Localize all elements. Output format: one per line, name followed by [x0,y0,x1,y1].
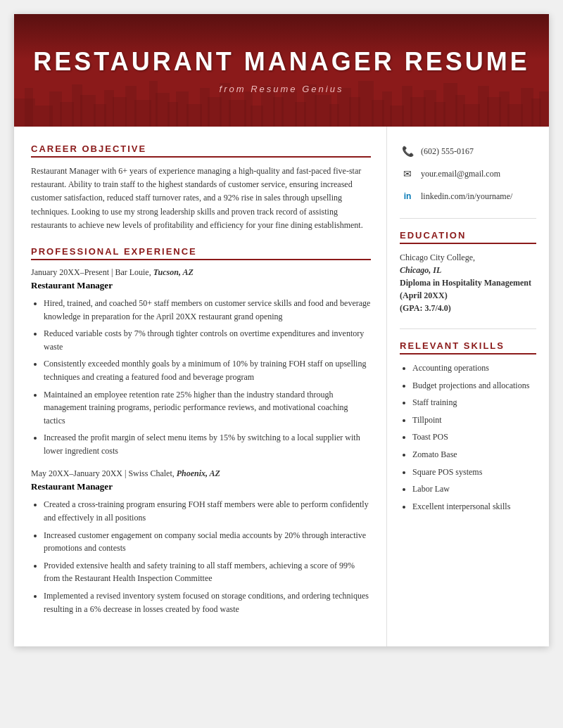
svg-rect-32 [358,81,374,127]
education-divider [400,328,536,329]
job-2-bullets: Created a cross-training program ensurin… [31,498,371,615]
email-address: your.email@gmail.com [421,169,500,179]
job-2-location: Phoenix, AZ [177,468,220,478]
job-1-location: Tucson, AZ [153,267,194,277]
resume-body: CAREER OBJECTIVE Restaurant Manager with… [14,127,549,646]
resume-header: RESTAURANT MANAGER RESUME from Resume Ge… [14,14,549,127]
bullet-item: Hired, trained, and coached 50+ staff me… [44,297,371,323]
job-2-title: Restaurant Manager [31,481,371,492]
education-section: EDUCATION Chicago City College, Chicago,… [400,230,536,314]
education-heading: EDUCATION [400,230,536,244]
contact-divider [400,218,536,219]
career-objective-heading: CAREER OBJECTIVE [31,143,371,158]
linkedin-contact: in linkedin.com/in/yourname/ [400,189,536,204]
professional-experience-section: PROFESSIONAL EXPERIENCE January 20XX–Pre… [31,246,371,615]
bullet-item: Maintained an employee retention rate 25… [44,388,371,428]
bullet-item: Increased the profit margin of select me… [44,431,371,457]
bullet-item: Provided extensive health and safety tra… [44,559,371,585]
skill-item: Zomato Base [412,448,536,461]
contact-section: 📞 (602) 555-0167 ✉ your.email@gmail.com … [400,143,536,204]
email-contact: ✉ your.email@gmail.com [400,166,536,181]
skill-item: Staff training [412,396,536,409]
resume-subtitle: from Resume Genius [220,84,344,94]
svg-rect-37 [410,97,426,127]
main-column: CAREER OBJECTIVE Restaurant Manager with… [14,127,387,646]
degree: Diploma in Hospitality Management (April… [400,278,531,300]
resume-title: RESTAURANT MANAGER RESUME [33,47,529,77]
svg-rect-28 [315,95,331,127]
bullet-item: Increased customer engagement on company… [44,529,371,555]
skill-item: Budget projections and allocations [412,379,536,392]
job-2-header: May 20XX–January 20XX | Swiss Chalet, Ph… [31,468,371,479]
phone-contact: 📞 (602) 555-0167 [400,143,536,159]
education-details: Chicago City College, Chicago, IL Diplom… [400,251,536,314]
bullet-item: Implemented a revised inventory system f… [44,589,371,615]
phone-icon: 📞 [400,143,415,159]
job-block-2: May 20XX–January 20XX | Swiss Chalet, Ph… [31,468,371,615]
skill-item: Square POS systems [412,466,536,479]
resume-wrapper: RESTAURANT MANAGER RESUME from Resume Ge… [14,14,549,646]
job-1-date-location: January 20XX–Present | Bar Louie, [31,267,153,277]
job-1-bullets: Hired, trained, and coached 50+ staff me… [31,297,371,458]
bullet-item: Consistently exceeded monthly goals by a… [44,357,371,383]
job-1-header: January 20XX–Present | Bar Louie, Tucson… [31,267,371,278]
svg-rect-25 [282,90,297,127]
svg-rect-8 [104,90,114,127]
professional-experience-heading: PROFESSIONAL EXPERIENCE [31,246,371,260]
phone-number: (602) 555-0167 [421,146,474,157]
gpa: (GPA: 3.7/4.0) [400,303,451,313]
svg-rect-1 [25,88,33,127]
skill-item: Labor Law [412,483,536,496]
skills-list: Accounting operations Budget projections… [400,362,536,513]
svg-rect-46 [507,104,523,127]
skyline-decoration [14,70,549,127]
bullet-item: Created a cross-training program ensurin… [44,498,371,524]
objective-text: Restaurant Manager with 6+ years of expe… [31,165,371,232]
svg-rect-16 [186,104,202,127]
svg-rect-6 [80,95,96,127]
school-name: Chicago City College, [400,253,475,262]
job-block-1: January 20XX–Present | Bar Louie, Tucson… [31,267,371,458]
linkedin-url: linkedin.com/in/yourname/ [421,191,512,202]
svg-rect-9 [113,97,127,127]
skills-heading: RELEVANT SKILLS [400,340,536,355]
career-objective-section: CAREER OBJECTIVE Restaurant Manager with… [31,143,371,232]
job-2-date-location: May 20XX–January 20XX | Swiss Chalet, [31,468,177,478]
svg-rect-20 [229,100,246,127]
skill-item: Tillpoint [412,414,536,427]
linkedin-icon: in [400,189,415,204]
email-icon: ✉ [400,166,415,181]
skill-item: Accounting operations [412,362,536,375]
skill-item: Excellent interpersonal skills [412,500,536,513]
school-location: Chicago, IL [400,265,441,275]
skills-section: RELEVANT SKILLS Accounting operations Bu… [400,340,536,513]
svg-rect-49 [539,91,549,127]
svg-rect-42 [463,104,480,127]
job-1-title: Restaurant Manager [31,280,371,291]
bullet-item: Reduced variable costs by 7% through tig… [44,327,371,353]
sidebar: 📞 (602) 555-0167 ✉ your.email@gmail.com … [387,127,549,646]
skill-item: Toast POS [412,430,536,444]
svg-rect-11 [134,100,151,127]
